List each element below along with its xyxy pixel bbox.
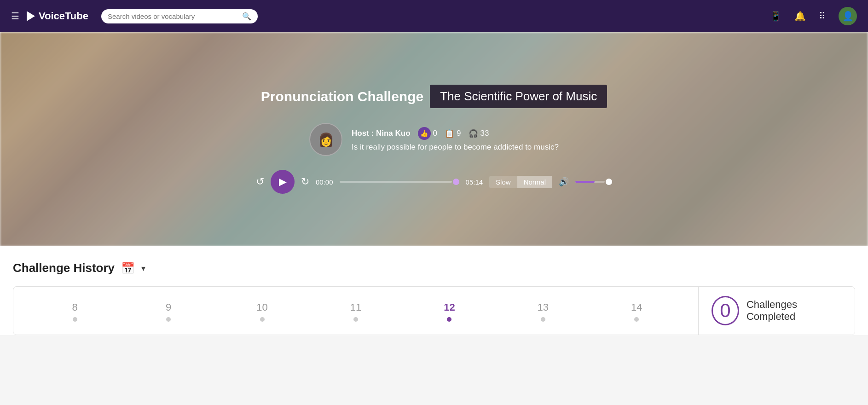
volume-bar-bg: [575, 181, 605, 183]
like-button[interactable]: 👍: [418, 127, 431, 140]
day-dot: [166, 317, 171, 322]
host-name: Host : Nina Kuo: [352, 129, 411, 138]
day-item[interactable]: 12: [403, 291, 496, 330]
host-avatar-icon: 👩: [318, 132, 334, 147]
day-item[interactable]: 14: [590, 291, 683, 330]
search-icon: 🔍: [242, 12, 251, 21]
avatar-icon: 👤: [842, 11, 854, 22]
logo-text: VoiceTube: [39, 10, 88, 22]
video-title: The Scientific Power of Music: [430, 85, 607, 108]
host-name-row: Host : Nina Kuo 👍 0 📋 9 🎧 33: [352, 127, 559, 140]
hero-description: Is it really possible for people to beco…: [352, 143, 559, 152]
like-count: 0: [433, 129, 437, 138]
total-time: 05:14: [466, 178, 483, 186]
progress-bar-bg: [340, 181, 452, 183]
volume-dot: [606, 179, 612, 185]
volume-bar-fill: [575, 181, 595, 183]
phone-icon[interactable]: 📱: [770, 11, 781, 22]
comment-stat: 📋 9: [445, 129, 461, 139]
day-dot: [260, 317, 265, 322]
logo[interactable]: VoiceTube: [27, 10, 88, 22]
challenges-label: Challenges Completed: [746, 299, 842, 323]
current-time: 00:00: [316, 178, 333, 186]
section-title-row: Challenge History 📅 ▾: [13, 261, 855, 275]
volume-icon: 🔊: [559, 177, 569, 187]
day-item[interactable]: 13: [496, 291, 590, 330]
dropdown-arrow-icon[interactable]: ▾: [141, 263, 145, 273]
day-number: 13: [538, 301, 549, 313]
day-number: 10: [256, 301, 267, 313]
navbar: ☰ VoiceTube 🔍 📱 🔔 ⠿ 👤: [0, 0, 868, 32]
day-dot: [353, 317, 358, 322]
grid-icon[interactable]: ⠿: [819, 11, 826, 22]
speed-selector: Slow Normal: [489, 176, 552, 188]
main-content: Challenge History 📅 ▾ 891011121314 0 Cha…: [0, 246, 868, 335]
headphone-icon: 🎧: [469, 129, 478, 139]
day-number: 11: [350, 301, 361, 313]
section-title: Challenge History: [13, 261, 115, 275]
search-input[interactable]: [108, 12, 238, 20]
comment-icon: 📋: [445, 129, 454, 139]
search-bar: 🔍: [101, 9, 258, 23]
menu-icon[interactable]: ☰: [11, 11, 19, 22]
speed-normal-button[interactable]: Normal: [517, 176, 552, 188]
rewind-button[interactable]: ↺: [256, 176, 264, 188]
day-dot: [73, 317, 77, 322]
day-item[interactable]: 8: [28, 291, 122, 330]
progress-bar[interactable]: [340, 179, 459, 185]
challenge-title: Pronunciation Challenge: [261, 89, 423, 104]
nav-icons: 📱 🔔 ⠿ 👤: [770, 7, 857, 25]
volume-bar[interactable]: [575, 179, 612, 185]
hero-title-row: Pronunciation Challenge The Scientific P…: [261, 85, 607, 108]
challenge-history-row: 891011121314 0 Challenges Completed: [13, 286, 855, 335]
day-item[interactable]: 9: [122, 291, 215, 330]
day-dot: [541, 317, 545, 322]
day-number: 8: [72, 301, 78, 313]
calendar-icon[interactable]: 📅: [121, 262, 135, 275]
like-stat: 👍 0: [418, 127, 437, 140]
day-number: 12: [444, 301, 455, 313]
hero-host-row: 👩 Host : Nina Kuo 👍 0 📋 9: [309, 123, 559, 156]
challenges-count: 0: [712, 296, 739, 325]
speed-slow-button[interactable]: Slow: [489, 176, 517, 188]
bell-icon[interactable]: 🔔: [794, 11, 806, 22]
thumbs-up-icon: 👍: [420, 130, 428, 137]
hero-section: Pronunciation Challenge The Scientific P…: [0, 32, 868, 246]
day-item[interactable]: 10: [215, 291, 309, 330]
day-dot: [447, 317, 451, 322]
host-info: Host : Nina Kuo 👍 0 📋 9 🎧 33: [352, 127, 559, 152]
headphone-stat: 🎧 33: [469, 129, 489, 139]
forward-button[interactable]: ↻: [301, 176, 309, 188]
headphone-count: 33: [480, 129, 489, 138]
day-number: 14: [631, 301, 642, 313]
host-avatar: 👩: [309, 123, 342, 156]
hero-content: Pronunciation Challenge The Scientific P…: [0, 85, 868, 194]
day-dot: [634, 317, 639, 322]
progress-dot: [453, 179, 459, 185]
day-item[interactable]: 11: [309, 291, 402, 330]
challenge-days: 891011121314: [13, 287, 698, 335]
logo-triangle-icon: [27, 11, 35, 21]
avatar[interactable]: 👤: [839, 7, 857, 25]
play-button[interactable]: ▶: [271, 170, 295, 194]
comment-count: 9: [457, 129, 461, 138]
challenges-completed-panel: 0 Challenges Completed: [698, 287, 855, 335]
player-controls: ↺ ▶ ↻ 00:00 05:14 Slow Normal 🔊: [256, 170, 612, 194]
day-number: 9: [166, 301, 171, 313]
